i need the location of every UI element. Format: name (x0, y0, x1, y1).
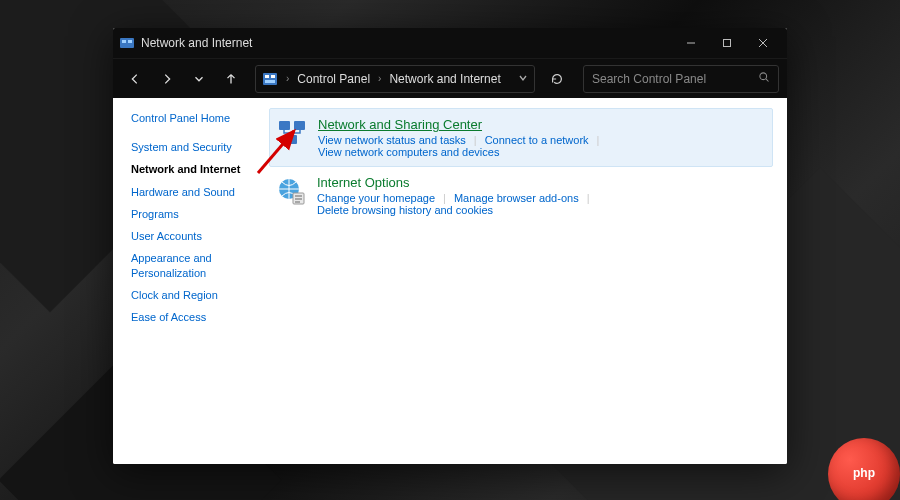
svg-rect-2 (128, 40, 132, 43)
category-title-link[interactable]: Network and Sharing Center (318, 117, 766, 132)
sidebar-item-system-and-security[interactable]: System and Security (131, 140, 255, 154)
category-internet-options: Internet OptionsChange your homepage|Man… (269, 167, 773, 224)
maximize-button[interactable] (709, 29, 745, 57)
svg-line-12 (766, 79, 769, 82)
svg-rect-10 (265, 80, 275, 83)
sidebar-item-user-accounts[interactable]: User Accounts (131, 229, 255, 243)
window-title: Network and Internet (141, 36, 252, 50)
search-icon (758, 71, 770, 86)
address-bar[interactable]: › Control Panel › Network and Internet (255, 65, 535, 93)
category-sublink[interactable]: Delete browsing history and cookies (317, 204, 493, 216)
category-network-and-sharing-center: Network and Sharing CenterView network s… (269, 108, 773, 167)
sidebar-item-hardware-and-sound[interactable]: Hardware and Sound (131, 185, 255, 199)
search-box[interactable] (583, 65, 779, 93)
back-button[interactable] (121, 65, 149, 93)
sidebar-item-appearance-and-personalization[interactable]: Appearance and Personalization (131, 251, 255, 280)
control-panel-icon (262, 71, 278, 87)
breadcrumb-control-panel[interactable]: Control Panel (297, 72, 370, 86)
category-sublink[interactable]: Change your homepage (317, 192, 435, 204)
chevron-right-icon: › (286, 73, 289, 84)
address-dropdown-button[interactable] (518, 72, 528, 86)
svg-rect-7 (263, 73, 277, 85)
control-panel-window: Network and Internet › Co (113, 28, 787, 464)
category-sublink[interactable]: View network status and tasks (318, 134, 466, 146)
refresh-button[interactable] (543, 65, 571, 93)
sidebar-home-link[interactable]: Control Panel Home (131, 112, 255, 124)
content-area: Control Panel Home System and SecurityNe… (113, 98, 787, 464)
window-app-icon (119, 35, 135, 51)
svg-rect-15 (286, 135, 297, 144)
network-sharing-icon (276, 117, 308, 149)
toolbar: › Control Panel › Network and Internet (113, 58, 787, 98)
chevron-right-icon: › (378, 73, 381, 84)
svg-rect-1 (122, 40, 126, 43)
sidebar-item-ease-of-access[interactable]: Ease of Access (131, 310, 255, 324)
sidebar: Control Panel Home System and SecurityNe… (113, 98, 263, 464)
category-title-link[interactable]: Internet Options (317, 175, 767, 190)
forward-button[interactable] (153, 65, 181, 93)
svg-rect-13 (279, 121, 290, 130)
watermark-text: php (853, 467, 875, 480)
minimize-button[interactable] (673, 29, 709, 57)
close-button[interactable] (745, 29, 781, 57)
breadcrumb-network-internet[interactable]: Network and Internet (389, 72, 500, 86)
category-sublinks: Change your homepage|Manage browser add-… (317, 192, 767, 216)
svg-point-11 (760, 73, 767, 80)
link-divider: | (587, 192, 590, 204)
svg-rect-4 (724, 40, 731, 47)
svg-rect-9 (271, 75, 275, 78)
sidebar-item-network-and-internet[interactable]: Network and Internet (131, 162, 255, 176)
svg-rect-14 (294, 121, 305, 130)
svg-rect-8 (265, 75, 269, 78)
category-sublink[interactable]: Manage browser add-ons (454, 192, 579, 204)
internet-options-icon (275, 175, 307, 207)
category-sublink[interactable]: View network computers and devices (318, 146, 499, 158)
link-divider: | (474, 134, 477, 146)
titlebar: Network and Internet (113, 28, 787, 58)
watermark-logo: php (828, 438, 900, 500)
search-input[interactable] (592, 72, 758, 86)
link-divider: | (443, 192, 446, 204)
category-sublinks: View network status and tasks|Connect to… (318, 134, 766, 158)
up-button[interactable] (217, 65, 245, 93)
sidebar-item-programs[interactable]: Programs (131, 207, 255, 221)
category-sublink[interactable]: Connect to a network (485, 134, 589, 146)
link-divider: | (597, 134, 600, 146)
sidebar-item-clock-and-region[interactable]: Clock and Region (131, 288, 255, 302)
recent-locations-button[interactable] (185, 65, 213, 93)
category-list: Network and Sharing CenterView network s… (263, 98, 787, 464)
